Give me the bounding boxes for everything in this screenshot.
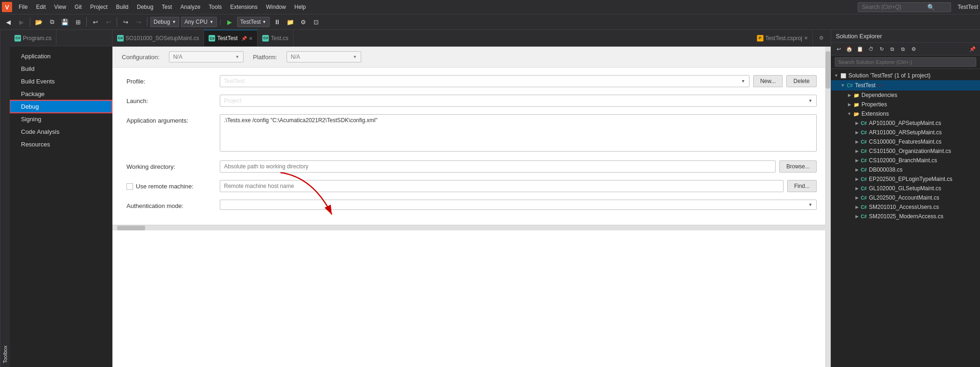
platform-dropdown[interactable]: Any CPU ▼ [181,17,217,27]
menu-window[interactable]: Window [262,3,290,11]
se-ep202500[interactable]: ▶ C# EP202500_EPLoginTypeMaint.cs [831,174,980,184]
horizontal-scrollbar[interactable] [112,225,825,230]
save-button[interactable]: 💾 [59,16,70,28]
launch-arrow-icon: ▼ [808,98,812,103]
tab-so101000[interactable]: C# SO101000_SOSetupMaint.cs [112,30,204,46]
run-button[interactable]: ▶ [224,16,235,28]
se-btn-filter[interactable]: ⚙ [909,44,918,54]
forward-button[interactable]: ▶ [16,16,27,28]
open-folder-button[interactable]: 📂 [33,16,44,28]
nav-item-package[interactable]: Package [10,88,112,100]
menu-edit[interactable]: Edit [32,3,49,11]
gl202-expand-icon: ▶ [854,194,860,201]
editor-area: C# SO101000_SOSetupMaint.cs C# TestTest … [112,30,831,367]
profile-new-button[interactable]: New... [753,75,783,87]
menu-git[interactable]: Git [71,3,85,11]
undo-button[interactable]: ↩ [90,16,101,28]
se-extensions[interactable]: ▼ 📂 Extensions [831,109,980,118]
menu-file[interactable]: File [15,3,31,11]
settings-button[interactable]: ⚙ [298,16,309,28]
se-db000038[interactable]: ▶ C# DB000038.cs [831,165,980,174]
tab-test-cs[interactable]: C# Test.cs [258,30,293,46]
se-ar101000[interactable]: ▶ C# AR101000_ARSetupMaint.cs [831,128,980,137]
expand-button[interactable]: ⊡ [311,16,322,28]
nav-item-signing[interactable]: Signing [10,113,112,125]
config-dropdown[interactable]: Debug ▼ [150,17,179,27]
auth-mode-dropdown[interactable]: ▼ [220,200,817,210]
se-gl102000[interactable]: ▶ C# GL102000_GLSetupMaint.cs [831,184,980,193]
menu-analyze[interactable]: Analyze [177,3,204,11]
cs-icon-tt: C# [209,35,215,42]
se-sm201025[interactable]: ▶ C# SM201025_ModernAccess.cs [831,212,980,221]
menu-debug[interactable]: Debug [133,3,157,11]
se-btn-pin[interactable]: 📌 [968,44,977,54]
menu-test[interactable]: Test [158,3,176,11]
redo-button[interactable]: ↪ [120,16,131,28]
se-cs100000[interactable]: ▶ C# CS100000_FeaturesMaint.cs [831,137,980,146]
menu-help[interactable]: Help [291,3,310,11]
se-btn-5[interactable]: ↻ [877,44,886,54]
se-solution[interactable]: ▼ ⬜ Solution 'TestTest' (1 of 1 project) [831,71,980,80]
toolbox-tab[interactable]: Toolbox [0,30,10,367]
tab-testtest[interactable]: C# TestTest 📌 ✕ [204,30,258,46]
properties-scroll[interactable]: Configuration: N/A ▼ Platform: N/A ▼ Pro… [112,47,831,367]
tab-csproj[interactable]: P TestTest.csproj ✕ [752,30,813,46]
menu-build[interactable]: Build [112,3,133,11]
tab-program-cs[interactable]: C# Program.cs [10,30,56,46]
se-btn-6[interactable]: ⧉ [888,44,897,54]
remote-machine-input[interactable] [220,180,784,192]
nav-item-application[interactable]: Application [10,50,112,62]
se-cs101500[interactable]: ▶ C# CS101500_OrganizationMaint.cs [831,146,980,156]
config-header-dropdown[interactable]: N/A ▼ [169,51,244,62]
tab-close-testtest[interactable]: ✕ [249,36,252,41]
run-config-button[interactable]: TestTest ▼ [237,17,270,27]
redo2-button[interactable]: ↪ [133,16,144,28]
ar-cs-icon: C# [860,129,868,136]
tab-settings-btn[interactable]: ⚙ [817,34,826,43]
undo2-button[interactable]: ↩ [103,16,114,28]
save-all-button[interactable]: ⊞ [72,16,84,28]
auth-arrow-icon: ▼ [808,202,812,207]
se-dependencies[interactable]: ▶ 📁 Dependencies [831,90,980,100]
search-input[interactable] [862,4,927,10]
h-scroll-thumb[interactable] [117,226,145,230]
se-btn-1[interactable]: ↩ [834,44,843,54]
browse-button[interactable]: Browse... [779,160,817,173]
se-btn-3[interactable]: 📋 [855,44,865,54]
menu-extensions[interactable]: Extensions [226,3,261,11]
se-gl202500[interactable]: ▶ C# GL202500_AccountMaint.cs [831,193,980,202]
nav-item-build[interactable]: Build [10,62,112,75]
tab-close-csproj[interactable]: ✕ [804,35,808,41]
nav-item-code-analysis[interactable]: Code Analysis [10,125,112,138]
platform-header-dropdown[interactable]: N/A ▼ [287,51,361,62]
nav-item-debug[interactable]: Debug [10,100,112,113]
copy-button[interactable]: ⧉ [46,16,57,28]
folder2-button[interactable]: 📁 [285,16,296,28]
se-ap101000[interactable]: ▶ C# AP101000_APSetupMaint.cs [831,118,980,128]
menu-tools[interactable]: Tools [205,3,225,11]
working-directory-input[interactable] [220,160,776,173]
launch-dropdown[interactable]: Project ▼ [220,95,817,107]
scroll-thumb[interactable] [826,51,830,89]
se-properties[interactable]: ▶ 📁 Properties [831,100,980,109]
menu-view[interactable]: View [50,3,70,11]
profile-delete-button[interactable]: Delete [786,75,817,87]
se-project[interactable]: ▼ C# TestTest ← [831,80,980,90]
back-button[interactable]: ◀ [3,16,14,28]
se-sm201010[interactable]: ▶ C# SM201010_AccessUsers.cs [831,202,980,212]
se-btn-2[interactable]: 🏠 [845,44,854,54]
platform-header-label: Platform: [253,54,277,61]
pause-button[interactable]: ⏸ [272,16,283,28]
app-arguments-input[interactable]: .\Tests.exe /config "C:\Acumatica2021R2\… [220,114,817,152]
find-button[interactable]: Find... [787,180,817,192]
se-search-input[interactable] [835,57,976,67]
remote-machine-checkbox[interactable] [126,183,133,190]
se-btn-7[interactable]: ⧉ [898,44,908,54]
nav-item-resources[interactable]: Resources [10,138,112,151]
nav-item-build-events[interactable]: Build Events [10,75,112,88]
profile-dropdown[interactable]: TestTest ▼ [220,75,749,87]
se-btn-4[interactable]: ⏱ [866,44,875,54]
se-cs102000[interactable]: ▶ C# CS102000_BranchMaint.cs [831,156,980,165]
vertical-scrollbar[interactable] [825,47,831,367]
menu-project[interactable]: Project [86,3,111,11]
